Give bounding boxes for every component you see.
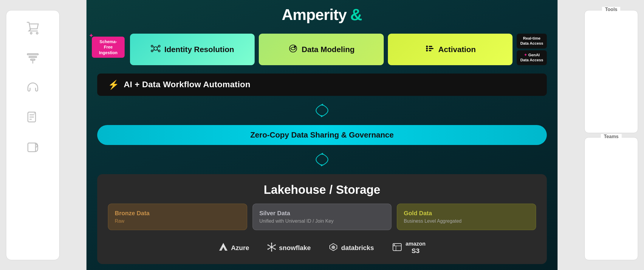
sidebar-icon-document[interactable]: 3| [24, 109, 42, 127]
snowflake-logo: snowflake [267, 243, 311, 253]
svg-point-24 [426, 48, 428, 49]
storage-logos: Azure [108, 238, 536, 255]
teams-panel: Teams [584, 137, 638, 260]
svg-point-1 [36, 32, 38, 34]
azure-logo: Azure [219, 242, 249, 254]
svg-point-25 [426, 50, 428, 51]
gold-subtitle: Business Level Aggregated [404, 219, 529, 224]
svg-point-14 [158, 45, 160, 47]
activation-label: Activation [438, 45, 476, 54]
svg-rect-27 [429, 48, 434, 49]
data-modeling-label: Data Modeling [302, 45, 355, 54]
ai-workflow-icon: ⚡ [108, 79, 119, 90]
svg-rect-26 [429, 46, 432, 47]
right-badges: Real-timeData Access GenAIData Access [517, 34, 547, 65]
data-modeling-icon [288, 43, 298, 56]
sidebar-icon-refresh[interactable] [24, 138, 42, 156]
svg-point-0 [30, 32, 32, 34]
sidebar-icon-filter[interactable] [24, 49, 42, 67]
data-tiers: Bronze Data Raw Silver Data Unified with… [108, 204, 536, 230]
svg-point-15 [151, 50, 153, 52]
svg-point-41 [275, 249, 276, 250]
svg-rect-11 [28, 143, 36, 152]
main-diagram: Amperity & Schema-FreeIngestion [67, 10, 577, 260]
zero-copy-bar: Zero-Copy Data Sharing & Governance [97, 125, 547, 145]
azure-icon [219, 242, 228, 254]
zero-copy-text: Zero-Copy Data Sharing & Governance [250, 130, 394, 140]
gold-tier: Gold Data Business Level Aggregated [397, 204, 536, 230]
ai-workflow-text: AI + Data Workflow Automation [124, 80, 250, 89]
amazon-s3-logo: ▦ amazon S3 [392, 241, 425, 255]
svg-marker-45 [332, 245, 335, 249]
sidebar-icon-headset[interactable] [24, 79, 42, 97]
gold-title: Gold Data [404, 210, 529, 217]
svg-rect-3 [29, 56, 37, 57]
svg-point-42 [275, 244, 276, 246]
svg-point-13 [151, 45, 153, 47]
svg-point-40 [267, 244, 269, 246]
svg-point-39 [271, 250, 272, 252]
amperity-card: Amperity & Schema-FreeIngestion [86, 0, 558, 270]
databricks-label: databricks [341, 244, 374, 252]
svg-rect-4 [31, 59, 35, 60]
svg-rect-2 [27, 54, 38, 55]
lakehouse-section: Lakehouse / Storage Bronze Data Raw Silv… [97, 174, 547, 264]
activation-module[interactable]: Activation [388, 34, 513, 65]
page-wrapper: 3| Amperity & Schema-FreeIngestion [0, 0, 644, 270]
svg-rect-28 [429, 50, 431, 51]
databricks-logo: databricks [329, 242, 374, 254]
svg-text:3|: 3| [33, 111, 36, 115]
svg-text:▦: ▦ [394, 244, 395, 246]
identity-icon [151, 43, 161, 56]
snowflake-label: snowflake [279, 244, 311, 252]
right-sidebar: Tools Teams [584, 10, 638, 260]
silver-tier: Silver Data Unified with Universal ID / … [253, 204, 392, 230]
sync-arrows-2 [310, 152, 334, 167]
teams-label: Teams [601, 134, 622, 139]
bronze-title: Bronze Data [115, 210, 240, 217]
snowflake-icon [267, 243, 276, 253]
sync-arrows-1 [310, 103, 334, 118]
top-section: Schema-FreeIngestion [97, 34, 547, 65]
bronze-tier: Bronze Data Raw [108, 204, 247, 230]
databricks-icon [329, 242, 338, 254]
identity-label: Identity Resolution [164, 45, 234, 54]
svg-point-43 [267, 249, 269, 250]
silver-title: Silver Data [259, 210, 385, 217]
bronze-subtitle: Raw [115, 219, 240, 224]
lakehouse-title: Lakehouse / Storage [108, 183, 536, 196]
amperity-logo: Amperity [282, 6, 346, 24]
modules-row: Identity Resolution Data Modeling [130, 34, 513, 65]
realtime-data-access-badge: Real-timeData Access [517, 34, 547, 49]
silver-subtitle: Unified with Universal ID / Join Key [259, 219, 385, 224]
amperity-header: Amperity & [282, 5, 362, 24]
amazon-s3-text: amazon S3 [405, 241, 425, 255]
svg-point-16 [158, 50, 160, 52]
sidebar-icon-cart[interactable] [24, 19, 42, 37]
ai-workflow-bar: ⚡ AI + Data Workflow Automation [97, 74, 547, 96]
activation-icon [425, 43, 435, 56]
schema-free-badge: Schema-FreeIngestion [92, 37, 125, 58]
svg-point-38 [271, 243, 272, 244]
amperity-ampersand: & [350, 5, 362, 24]
svg-point-23 [426, 46, 428, 47]
data-modeling-module[interactable]: Data Modeling [259, 34, 383, 65]
amazon-s3-icon: ▦ [392, 242, 402, 254]
tools-label: Tools [602, 7, 620, 12]
azure-label: Azure [231, 244, 249, 252]
left-sidebar: 3| [6, 10, 60, 260]
genai-data-access-badge: GenAIData Access [517, 50, 547, 65]
tools-panel: Tools [584, 10, 638, 133]
svg-marker-34 [222, 243, 225, 247]
identity-resolution-module[interactable]: Identity Resolution [130, 34, 255, 65]
